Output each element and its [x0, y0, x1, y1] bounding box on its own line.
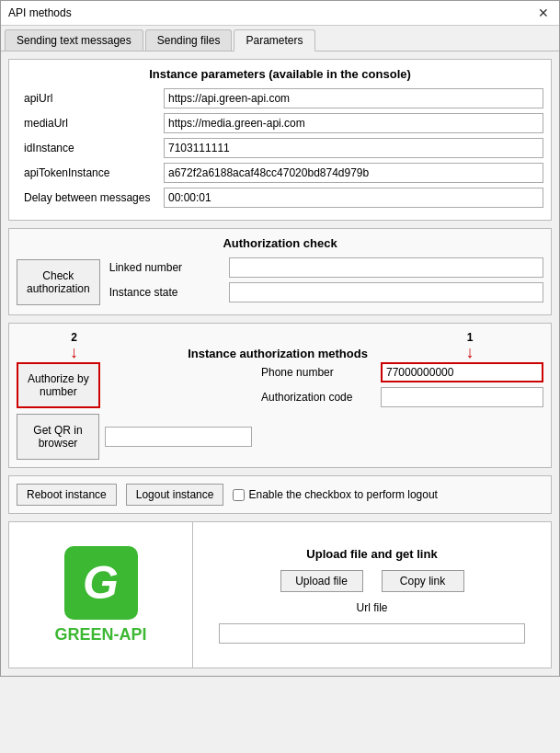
field-input-instance-state[interactable] [229, 282, 543, 302]
window-title: API methods [8, 6, 72, 19]
qr-input[interactable] [105, 427, 252, 447]
param-label-idinstance: idInstance [17, 142, 164, 154]
url-label: Url file [356, 601, 387, 614]
upload-buttons: Upload file Copy link [280, 570, 464, 592]
field-row-instance-state: Instance state [109, 282, 543, 302]
get-qr-button[interactable]: Get QR in browser [17, 414, 99, 460]
authorize-by-number-button[interactable]: Authorize by number [17, 362, 100, 408]
param-row-apiurl: apiUrl [17, 88, 543, 108]
instance-auth-title: Instance authorization methods [188, 347, 368, 360]
field-label-linked-number: Linked number [109, 261, 229, 274]
annotation-row: 2 ↓ Instance authorization methods 1 ↓ [17, 331, 543, 360]
arrow-down-right: ↓ [466, 344, 474, 360]
auth-check-section: Authorization check Check authorization … [8, 228, 552, 315]
field-row-linked-number: Linked number [109, 257, 543, 278]
param-input-delay[interactable] [164, 188, 543, 208]
upload-title: Upload file and get link [306, 547, 437, 561]
check-authorization-button[interactable]: Check authorization [17, 259, 100, 305]
annotation-right: 1 ↓ [433, 331, 543, 360]
tab-sending-text[interactable]: Sending text messages [5, 29, 143, 51]
param-label-apitoken: apiTokenInstance [17, 166, 164, 179]
auth-check-right: Linked number Instance state [109, 257, 543, 307]
annotation-number-2: 2 [71, 331, 77, 344]
instance-params-section: Instance parameters (available in the co… [8, 59, 552, 221]
tab-parameters[interactable]: Parameters [234, 29, 314, 51]
url-file-input[interactable] [219, 623, 524, 644]
tab-bar: Sending text messages Sending files Para… [1, 26, 559, 51]
logo-upload-section: G GREEN-API Upload file and get link Upl… [8, 521, 552, 668]
title-bar: API methods ✕ [1, 1, 559, 26]
instance-params-title: Instance parameters (available in the co… [17, 67, 543, 81]
field-input-linked-number[interactable] [229, 257, 543, 278]
instance-auth-section: 2 ↓ Instance authorization methods 1 ↓ A… [8, 323, 552, 468]
param-label-mediaurl: mediaUrl [17, 117, 164, 130]
logo-left: G GREEN-API [9, 522, 193, 667]
auth-check-left: Check authorization [17, 257, 100, 307]
param-row-delay: Delay between messages [17, 188, 543, 208]
arrow-down-left: ↓ [70, 344, 78, 360]
annotation-number-1: 1 [467, 331, 474, 344]
logout-checkbox-text: Enable the checkbox to perform logout [248, 488, 437, 501]
upload-section: Upload file and get link Upload file Cop… [193, 522, 551, 667]
close-button[interactable]: ✕ [535, 5, 552, 21]
main-window: API methods ✕ Sending text messages Send… [0, 0, 560, 677]
instance-auth-title-wrapper: Instance authorization methods [122, 347, 433, 360]
instance-auth-left: Authorize by number Get QR in browser [17, 362, 252, 460]
field-label-instance-state: Instance state [109, 286, 229, 299]
field-label-auth-code: Authorization code [261, 391, 381, 404]
green-api-brand-name: GREEN-API [54, 625, 146, 645]
field-input-phone[interactable] [381, 362, 543, 382]
param-row-mediaurl: mediaUrl [17, 113, 543, 133]
field-row-auth-code: Authorization code [261, 387, 543, 407]
logout-instance-button[interactable]: Logout instance [126, 484, 224, 506]
field-input-auth-code[interactable] [381, 387, 543, 407]
qr-row: Get QR in browser [17, 414, 252, 460]
param-input-mediaurl[interactable] [164, 113, 543, 133]
tab-sending-files[interactable]: Sending files [145, 29, 233, 51]
bottom-action-bar: Reboot instance Logout instance Enable t… [8, 475, 552, 514]
param-label-delay: Delay between messages [17, 191, 164, 204]
annotation-left: 2 ↓ [26, 331, 122, 360]
param-input-apiurl[interactable] [164, 88, 543, 108]
content-area: Instance parameters (available in the co… [1, 51, 559, 676]
logout-checkbox-label[interactable]: Enable the checkbox to perform logout [233, 488, 437, 501]
param-input-idinstance[interactable] [164, 138, 543, 158]
green-api-logo-icon: G [64, 546, 138, 620]
param-row-idinstance: idInstance [17, 138, 543, 158]
instance-auth-inner: Authorize by number Get QR in browser Ph… [17, 362, 543, 460]
reboot-instance-button[interactable]: Reboot instance [17, 484, 117, 506]
upload-file-button[interactable]: Upload file [280, 570, 363, 592]
param-label-apiurl: apiUrl [17, 92, 164, 105]
param-input-apitoken[interactable] [164, 163, 543, 183]
auth-check-title: Authorization check [17, 236, 543, 250]
copy-link-button[interactable]: Copy link [382, 570, 464, 592]
auth-check-inner: Check authorization Linked number Instan… [17, 257, 543, 307]
instance-auth-right: Phone number Authorization code [261, 362, 543, 460]
logout-checkbox[interactable] [233, 489, 245, 501]
field-label-phone: Phone number [261, 366, 381, 379]
param-row-apitoken: apiTokenInstance [17, 163, 543, 183]
field-row-phone: Phone number [261, 362, 543, 382]
